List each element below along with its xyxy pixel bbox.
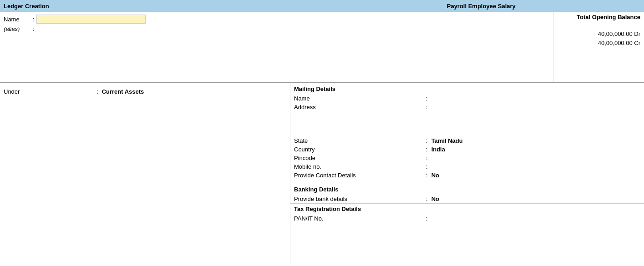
- state-label: State: [294, 137, 426, 144]
- alias-row: (alias) :: [4, 24, 549, 34]
- name-input[interactable]: [36, 15, 146, 24]
- mailing-details-header: Mailing Details: [290, 83, 644, 94]
- mobile-row: Mobile no. :: [290, 162, 644, 171]
- header-bar: Ledger Creation Payroll Employee Salary: [0, 0, 644, 12]
- pincode-row: Pincode :: [290, 154, 644, 162]
- under-value: Current Assets: [102, 88, 144, 95]
- state-colon: :: [426, 137, 428, 144]
- provide-bank-label: Provide bank details: [294, 196, 426, 202]
- header-title-left: Ledger Creation: [4, 3, 322, 10]
- provide-contact-row: Provide Contact Details : No: [290, 171, 644, 180]
- mailing-address-colon: :: [426, 104, 428, 110]
- provide-contact-colon: :: [426, 172, 428, 179]
- provide-bank-row: Provide bank details : No: [290, 195, 644, 203]
- mailing-name-colon: :: [426, 95, 428, 102]
- banking-details-header: Banking Details: [290, 183, 644, 195]
- mailing-name-label: Name: [294, 95, 426, 102]
- state-row: State : Tamil Nadu: [290, 136, 644, 145]
- left-panel: Under : Current Assets: [0, 83, 290, 265]
- provide-bank-colon: :: [426, 196, 428, 202]
- country-label: Country: [294, 146, 426, 153]
- country-colon: :: [426, 146, 428, 153]
- balance-panel: Total Opening Balance 40,00,000.00 Dr 40…: [553, 12, 644, 82]
- pan-colon: :: [426, 215, 428, 222]
- pan-row: PAN/IT No. :: [290, 214, 644, 223]
- provide-contact-label: Provide Contact Details: [294, 172, 426, 179]
- banking-spacer: [290, 180, 644, 183]
- provide-bank-value: No: [431, 196, 439, 202]
- total-opening-balance-label: Total Opening Balance: [557, 14, 640, 20]
- main-content: Under : Current Assets Mailing Details N…: [0, 83, 644, 265]
- mobile-colon: :: [426, 163, 428, 170]
- name-label: Name: [4, 16, 31, 23]
- under-row: Under : Current Assets: [4, 86, 286, 97]
- name-colon: :: [33, 16, 35, 23]
- balance-cr: 40,00,000.00 Cr: [557, 39, 640, 48]
- tax-registration-header: Tax Registration Details: [290, 203, 644, 214]
- country-row: Country : India: [290, 145, 644, 154]
- state-value: Tamil Nadu: [431, 137, 463, 144]
- right-panel: Mailing Details Name : Address : State :…: [290, 83, 644, 265]
- mailing-address-row: Address :: [290, 103, 644, 111]
- balance-dr: 40,00,000.00 Dr: [557, 30, 640, 39]
- alias-colon: :: [33, 25, 35, 32]
- mobile-label: Mobile no.: [294, 163, 426, 170]
- under-label: Under: [4, 88, 95, 95]
- provide-contact-value: No: [431, 172, 439, 179]
- name-alias-block: Name : (alias) :: [0, 12, 553, 82]
- pincode-label: Pincode: [294, 155, 426, 161]
- header-title-center: Payroll Employee Salary: [322, 3, 641, 10]
- alias-label: (alias): [4, 25, 31, 32]
- mailing-address-label: Address: [294, 104, 426, 110]
- under-colon: :: [96, 88, 98, 95]
- mailing-name-row: Name :: [290, 94, 644, 103]
- country-value: India: [431, 146, 445, 153]
- name-row: Name :: [4, 12, 549, 24]
- pincode-colon: :: [426, 155, 428, 161]
- top-area: Name : (alias) : Total Opening Balance 4…: [0, 12, 644, 83]
- address-spacer: [290, 111, 644, 136]
- pan-label: PAN/IT No.: [294, 215, 426, 222]
